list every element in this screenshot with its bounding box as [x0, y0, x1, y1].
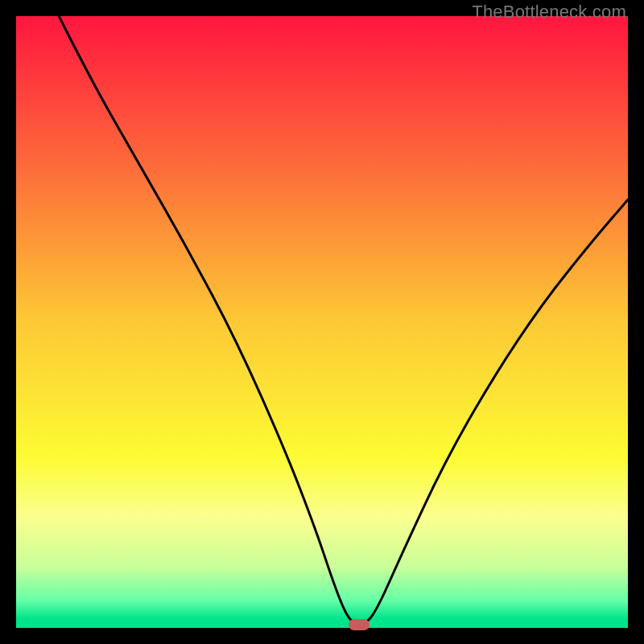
bottleneck-chart	[16, 16, 628, 628]
optimal-marker	[349, 619, 369, 630]
watermark-text: TheBottleneck.com	[472, 2, 626, 23]
chart-frame	[16, 16, 628, 628]
